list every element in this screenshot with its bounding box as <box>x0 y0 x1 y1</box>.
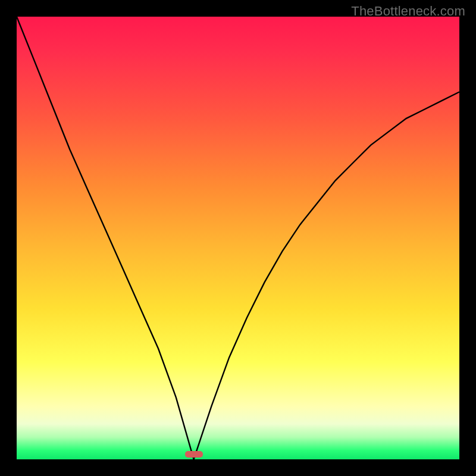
curve-path <box>17 17 459 459</box>
chart-frame: TheBottleneck.com <box>0 0 476 476</box>
bottleneck-curve <box>17 17 459 459</box>
plot-area <box>17 17 459 459</box>
optimal-point-marker <box>185 451 203 458</box>
watermark-text: TheBottleneck.com <box>351 4 465 19</box>
